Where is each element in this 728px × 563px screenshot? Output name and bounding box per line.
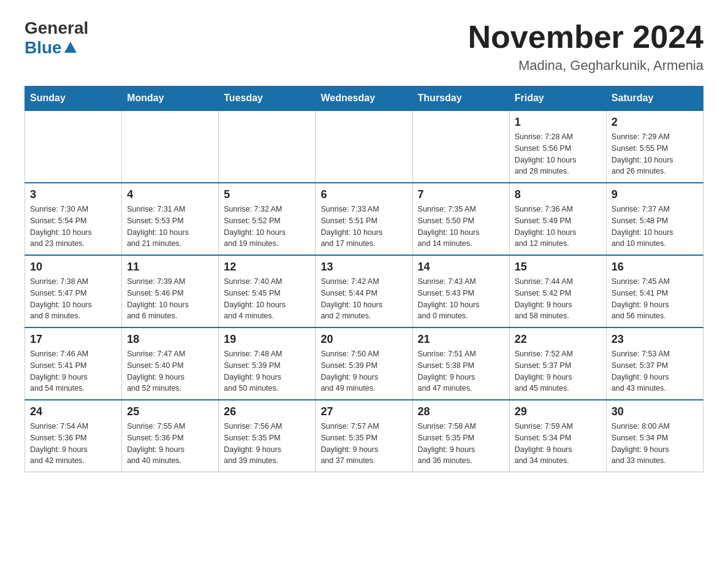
calendar-cell: 4Sunrise: 7:31 AM Sunset: 5:53 PM Daylig…	[122, 183, 219, 255]
day-number: 26	[224, 405, 310, 418]
day-info: Sunrise: 7:55 AM Sunset: 5:36 PM Dayligh…	[127, 421, 213, 467]
day-number: 20	[320, 333, 407, 346]
day-number: 5	[224, 188, 310, 201]
weekday-header-monday: Monday	[122, 86, 219, 111]
weekday-header-row: SundayMondayTuesdayWednesdayThursdayFrid…	[25, 86, 703, 111]
day-number: 1	[515, 116, 601, 129]
weekday-header-saturday: Saturday	[606, 86, 703, 111]
weekday-header-sunday: Sunday	[25, 86, 122, 111]
day-number: 24	[30, 405, 116, 418]
day-info: Sunrise: 7:54 AM Sunset: 5:36 PM Dayligh…	[30, 421, 116, 467]
calendar-week-4: 17Sunrise: 7:46 AM Sunset: 5:41 PM Dayli…	[25, 327, 703, 400]
day-number: 2	[612, 116, 698, 129]
calendar-cell: 25Sunrise: 7:55 AM Sunset: 5:36 PM Dayli…	[122, 400, 219, 472]
calendar-body: 1Sunrise: 7:28 AM Sunset: 5:56 PM Daylig…	[25, 110, 703, 472]
day-info: Sunrise: 7:32 AM Sunset: 5:52 PM Dayligh…	[224, 204, 310, 250]
day-number: 17	[30, 333, 116, 346]
calendar-cell: 14Sunrise: 7:43 AM Sunset: 5:43 PM Dayli…	[412, 255, 509, 327]
day-info: Sunrise: 7:42 AM Sunset: 5:44 PM Dayligh…	[320, 276, 407, 322]
calendar-cell: 21Sunrise: 7:51 AM Sunset: 5:38 PM Dayli…	[412, 327, 509, 400]
calendar-cell	[316, 110, 412, 183]
day-number: 28	[418, 405, 504, 418]
day-number: 13	[320, 261, 407, 274]
day-info: Sunrise: 7:40 AM Sunset: 5:45 PM Dayligh…	[224, 276, 310, 322]
calendar-cell: 23Sunrise: 7:53 AM Sunset: 5:37 PM Dayli…	[606, 327, 703, 400]
day-number: 18	[127, 333, 213, 346]
calendar-cell: 19Sunrise: 7:48 AM Sunset: 5:39 PM Dayli…	[219, 327, 316, 400]
day-info: Sunrise: 7:47 AM Sunset: 5:40 PM Dayligh…	[127, 348, 213, 394]
calendar-cell: 20Sunrise: 7:50 AM Sunset: 5:39 PM Dayli…	[316, 327, 412, 400]
day-number: 7	[418, 188, 504, 201]
calendar-cell: 24Sunrise: 7:54 AM Sunset: 5:36 PM Dayli…	[25, 400, 122, 472]
day-number: 21	[418, 333, 504, 346]
day-info: Sunrise: 7:48 AM Sunset: 5:39 PM Dayligh…	[224, 348, 310, 394]
location-subtitle: Madina, Gegharkunik, Armenia	[468, 58, 703, 74]
day-number: 27	[320, 405, 407, 418]
calendar-cell: 5Sunrise: 7:32 AM Sunset: 5:52 PM Daylig…	[219, 183, 316, 255]
calendar-cell	[122, 110, 219, 183]
weekday-header-tuesday: Tuesday	[219, 86, 316, 111]
calendar-cell: 27Sunrise: 7:57 AM Sunset: 5:35 PM Dayli…	[316, 400, 412, 472]
calendar-cell	[25, 110, 122, 183]
day-info: Sunrise: 7:38 AM Sunset: 5:47 PM Dayligh…	[30, 276, 116, 322]
day-number: 9	[612, 188, 698, 201]
calendar-cell: 8Sunrise: 7:36 AM Sunset: 5:49 PM Daylig…	[509, 183, 606, 255]
calendar-cell: 11Sunrise: 7:39 AM Sunset: 5:46 PM Dayli…	[122, 255, 219, 327]
day-info: Sunrise: 7:56 AM Sunset: 5:35 PM Dayligh…	[224, 421, 310, 467]
calendar-cell: 15Sunrise: 7:44 AM Sunset: 5:42 PM Dayli…	[509, 255, 606, 327]
calendar-cell: 26Sunrise: 7:56 AM Sunset: 5:35 PM Dayli…	[219, 400, 316, 472]
calendar-table: SundayMondayTuesdayWednesdayThursdayFrid…	[25, 86, 703, 472]
calendar-header: SundayMondayTuesdayWednesdayThursdayFrid…	[25, 86, 703, 111]
day-info: Sunrise: 7:35 AM Sunset: 5:50 PM Dayligh…	[418, 204, 504, 250]
day-number: 3	[30, 188, 116, 201]
day-info: Sunrise: 7:43 AM Sunset: 5:43 PM Dayligh…	[418, 276, 504, 322]
weekday-header-thursday: Thursday	[412, 86, 509, 111]
calendar-cell: 29Sunrise: 7:59 AM Sunset: 5:34 PM Dayli…	[509, 400, 606, 472]
day-info: Sunrise: 7:39 AM Sunset: 5:46 PM Dayligh…	[127, 276, 213, 322]
day-info: Sunrise: 7:57 AM Sunset: 5:35 PM Dayligh…	[320, 421, 407, 467]
calendar-cell: 2Sunrise: 7:29 AM Sunset: 5:55 PM Daylig…	[606, 110, 703, 183]
calendar-week-5: 24Sunrise: 7:54 AM Sunset: 5:36 PM Dayli…	[25, 400, 703, 472]
day-number: 4	[127, 188, 213, 201]
calendar-cell: 6Sunrise: 7:33 AM Sunset: 5:51 PM Daylig…	[316, 183, 412, 255]
calendar-cell: 16Sunrise: 7:45 AM Sunset: 5:41 PM Dayli…	[606, 255, 703, 327]
day-number: 19	[224, 333, 310, 346]
day-number: 25	[127, 405, 213, 418]
calendar-cell: 22Sunrise: 7:52 AM Sunset: 5:37 PM Dayli…	[509, 327, 606, 400]
calendar-cell: 1Sunrise: 7:28 AM Sunset: 5:56 PM Daylig…	[509, 110, 606, 183]
day-number: 29	[515, 405, 601, 418]
day-info: Sunrise: 7:45 AM Sunset: 5:41 PM Dayligh…	[612, 276, 698, 322]
day-info: Sunrise: 7:51 AM Sunset: 5:38 PM Dayligh…	[418, 348, 504, 394]
calendar-week-1: 1Sunrise: 7:28 AM Sunset: 5:56 PM Daylig…	[25, 110, 703, 183]
day-info: Sunrise: 7:46 AM Sunset: 5:41 PM Dayligh…	[30, 348, 116, 394]
day-info: Sunrise: 7:59 AM Sunset: 5:34 PM Dayligh…	[515, 421, 601, 467]
day-number: 8	[515, 188, 601, 201]
day-number: 30	[612, 405, 698, 418]
day-info: Sunrise: 8:00 AM Sunset: 5:34 PM Dayligh…	[612, 421, 698, 467]
logo-general-text: General	[25, 18, 88, 38]
weekday-header-wednesday: Wednesday	[316, 86, 412, 111]
day-info: Sunrise: 7:44 AM Sunset: 5:42 PM Dayligh…	[515, 276, 601, 322]
day-number: 22	[515, 333, 601, 346]
calendar-week-3: 10Sunrise: 7:38 AM Sunset: 5:47 PM Dayli…	[25, 255, 703, 327]
logo-blue-text: Blue	[25, 38, 77, 58]
calendar-cell: 18Sunrise: 7:47 AM Sunset: 5:40 PM Dayli…	[122, 327, 219, 400]
day-info: Sunrise: 7:33 AM Sunset: 5:51 PM Dayligh…	[320, 204, 407, 250]
day-info: Sunrise: 7:30 AM Sunset: 5:54 PM Dayligh…	[30, 204, 116, 250]
day-number: 16	[612, 261, 698, 274]
page-header: General Blue November 2024 Madina, Gegha…	[25, 18, 703, 74]
title-area: November 2024 Madina, Gegharkunik, Armen…	[468, 18, 703, 74]
day-info: Sunrise: 7:31 AM Sunset: 5:53 PM Dayligh…	[127, 204, 213, 250]
calendar-cell: 9Sunrise: 7:37 AM Sunset: 5:48 PM Daylig…	[606, 183, 703, 255]
calendar-cell: 12Sunrise: 7:40 AM Sunset: 5:45 PM Dayli…	[219, 255, 316, 327]
day-info: Sunrise: 7:58 AM Sunset: 5:35 PM Dayligh…	[418, 421, 504, 467]
month-title: November 2024	[468, 18, 703, 55]
calendar-cell: 13Sunrise: 7:42 AM Sunset: 5:44 PM Dayli…	[316, 255, 412, 327]
day-number: 23	[612, 333, 698, 346]
weekday-header-friday: Friday	[509, 86, 606, 111]
day-number: 14	[418, 261, 504, 274]
calendar-cell: 3Sunrise: 7:30 AM Sunset: 5:54 PM Daylig…	[25, 183, 122, 255]
day-number: 11	[127, 261, 213, 274]
calendar-cell	[219, 110, 316, 183]
day-info: Sunrise: 7:50 AM Sunset: 5:39 PM Dayligh…	[320, 348, 407, 394]
